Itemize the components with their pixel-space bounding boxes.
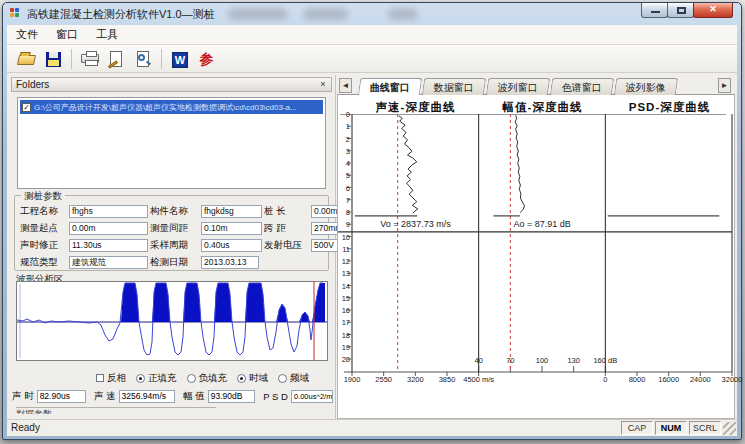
printer-icon <box>81 54 99 63</box>
field-label: 发射电压 <box>264 239 309 252</box>
toolbar-separator <box>71 49 72 69</box>
window-controls: ✕ <box>642 3 733 19</box>
open-folder-icon <box>17 55 36 65</box>
amplitude-field[interactable]: 93.90dB <box>208 390 256 403</box>
time-domain-radio[interactable]: 时域 <box>237 372 268 385</box>
fill-positive-label: 正填充 <box>148 372 177 385</box>
resize-grip-icon[interactable] <box>723 422 736 435</box>
window-title: 高铁建混凝土检测分析软件V1.0—测桩 <box>27 7 215 22</box>
sound-speed-field[interactable]: 3256.94m/s <box>119 390 176 403</box>
radio-off-icon <box>187 374 196 383</box>
depth-tick-label: 10 <box>339 233 350 242</box>
save-button[interactable] <box>41 47 66 70</box>
menu-tools[interactable]: 工具 <box>87 25 127 44</box>
field-label: 采样周期 <box>150 239 199 252</box>
depth-curves-svg <box>338 114 734 380</box>
minimize-button[interactable] <box>641 3 668 18</box>
word-export-button[interactable]: W <box>167 47 192 70</box>
depth-tick-label: 11 <box>339 245 350 254</box>
depth-tick-label: 12 <box>339 257 350 266</box>
depth-tick-label: 20 <box>339 355 350 364</box>
tab-data-window[interactable]: 数据窗口 <box>422 78 486 95</box>
menu-window[interactable]: 窗口 <box>47 25 87 44</box>
field-label: 跨 距 <box>264 222 309 235</box>
depth-tick-label: 16 <box>339 306 350 315</box>
file-list-item[interactable]: ✓ G:\公司产品设计开发\超声仪器\超声仪实地检测数据调试\cd\cd03\c… <box>20 100 323 114</box>
panel-close-icon[interactable]: × <box>317 79 329 90</box>
field-label: 测量起点 <box>20 222 67 235</box>
start-point-field[interactable]: 0.00m <box>69 222 148 235</box>
waveform-svg <box>17 282 327 360</box>
tab-label: 曲线窗口 <box>370 81 410 95</box>
folders-panel: Folders × ✓ G:\公司产品设计开发\超声仪器\超声仪实地检测数据调试… <box>8 75 336 419</box>
tab-curve-window[interactable]: 曲线窗口 <box>358 78 423 96</box>
caps-indicator: CAP <box>621 421 653 435</box>
menu-file[interactable]: 文件 <box>7 25 47 44</box>
depth-tick-label: 13 <box>339 269 350 278</box>
chart-panel: ◄ 曲线窗口 数据窗口 波列窗口 色谱窗口 波列影像 ► 声速-深度曲线 幅值-… <box>337 75 735 419</box>
field-label: 规范类型 <box>20 256 67 269</box>
parameters-button[interactable]: 参 <box>194 47 219 70</box>
print-preview-button[interactable] <box>131 47 156 70</box>
chart-canvas[interactable]: 声速-深度曲线 幅值-深度曲线 PSD-深度曲线 Vo = 2837.73 m/… <box>337 95 735 419</box>
spec-type-field[interactable]: 建筑规范 <box>69 256 148 269</box>
tab-scroll-left-icon[interactable]: ◄ <box>339 78 352 93</box>
readings-row: 声 时 82.90us 声 速 3256.94m/s 幅 值 93.90dB P… <box>12 389 333 404</box>
depth-tick-label: 1 <box>339 122 350 131</box>
pile-params-title: 测桩参数 <box>21 190 65 203</box>
maximize-button[interactable] <box>667 3 694 18</box>
time-domain-label: 时域 <box>249 372 268 385</box>
param-char-icon: 参 <box>195 51 218 69</box>
client-area: Folders × ✓ G:\公司产品设计开发\超声仪器\超声仪实地检测数据调试… <box>7 73 737 419</box>
close-button[interactable]: ✕ <box>693 3 733 18</box>
fill-positive-radio[interactable]: 正填充 <box>136 372 177 385</box>
chart1-title: 声速-深度曲线 <box>352 100 479 115</box>
component-name-field[interactable]: fhgkdsg <box>201 205 262 218</box>
depth-tick-label: 19 <box>339 343 350 352</box>
depth-tick-label: 4 <box>339 159 350 168</box>
velocity-annotation: Vo = 2837.73 m/s <box>352 219 479 229</box>
depth-tick-label: 8 <box>339 208 350 217</box>
file-listbox[interactable]: ✓ G:\公司产品设计开发\超声仪器\超声仪实地检测数据调试\cd\cd03\c… <box>17 97 326 189</box>
depth-curve <box>399 116 418 213</box>
num-indicator: NUM <box>655 421 687 435</box>
tab-wavetrain-image[interactable]: 波列影像 <box>614 78 678 95</box>
sound-time-field[interactable]: 82.90us <box>37 390 86 403</box>
statusbar: Ready CAP NUM SCRL <box>7 419 737 436</box>
tab-scroll-right-icon[interactable]: ► <box>718 78 731 93</box>
checkbox-icon <box>96 374 104 382</box>
open-button[interactable] <box>14 47 39 70</box>
project-name-field[interactable]: fhghs <box>69 205 148 218</box>
print-button[interactable] <box>77 47 102 70</box>
fill-negative-radio[interactable]: 负填充 <box>187 372 228 385</box>
sample-period-field[interactable]: 0.40us <box>201 239 262 252</box>
freq-domain-radio[interactable]: 频域 <box>278 372 309 385</box>
test-date-field[interactable]: 2013.03.13 <box>201 256 259 269</box>
app-window: 高铁建混凝土检测分析软件V1.0—测桩 ✕ 文件 窗口 工具 W 参 Folde… <box>2 2 742 440</box>
field-label: 桩 长 <box>264 205 309 218</box>
toolbar-separator <box>161 49 162 69</box>
file-path-text: G:\公司产品设计开发\超声仪器\超声仪实地检测数据调试\cd\cd03\cd0… <box>34 102 297 113</box>
waveform-plot[interactable] <box>16 281 328 361</box>
checkbox-checked-icon[interactable]: ✓ <box>22 103 31 112</box>
folders-title: Folders <box>16 79 49 90</box>
depth-tick-label: 2 <box>339 135 350 144</box>
tab-wavetrain-window[interactable]: 波列窗口 <box>486 78 550 95</box>
invert-checkbox[interactable]: 反相 <box>96 372 126 385</box>
titlebar[interactable]: 高铁建混凝土检测分析软件V1.0—测桩 ✕ <box>3 3 741 25</box>
folders-panel-header[interactable]: Folders × <box>11 77 332 92</box>
tab-spectrum-window[interactable]: 色谱窗口 <box>550 78 614 95</box>
x-tick-label: 4500 m/s <box>455 375 503 384</box>
fill-negative-label: 负填充 <box>199 372 228 385</box>
depth-tick-label: 17 <box>339 318 350 327</box>
amplitude-annotation: Ao = 87.91 dB <box>479 219 606 229</box>
time-correction-field[interactable]: 11.30us <box>69 239 148 252</box>
desktop: 高铁建混凝土检测分析软件V1.0—测桩 ✕ 文件 窗口 工具 W 参 Folde… <box>0 0 745 444</box>
radio-on-icon <box>136 374 145 383</box>
x-tick-label: 160 dB <box>581 356 629 365</box>
print-setup-button[interactable] <box>104 47 129 70</box>
tab-label: 数据窗口 <box>434 81 474 95</box>
keyboard-indicators: CAP NUM SCRL <box>619 421 721 435</box>
spacing-field[interactable]: 0.10m <box>201 222 262 235</box>
psd-field[interactable]: 0.00us^2/m <box>291 390 333 403</box>
